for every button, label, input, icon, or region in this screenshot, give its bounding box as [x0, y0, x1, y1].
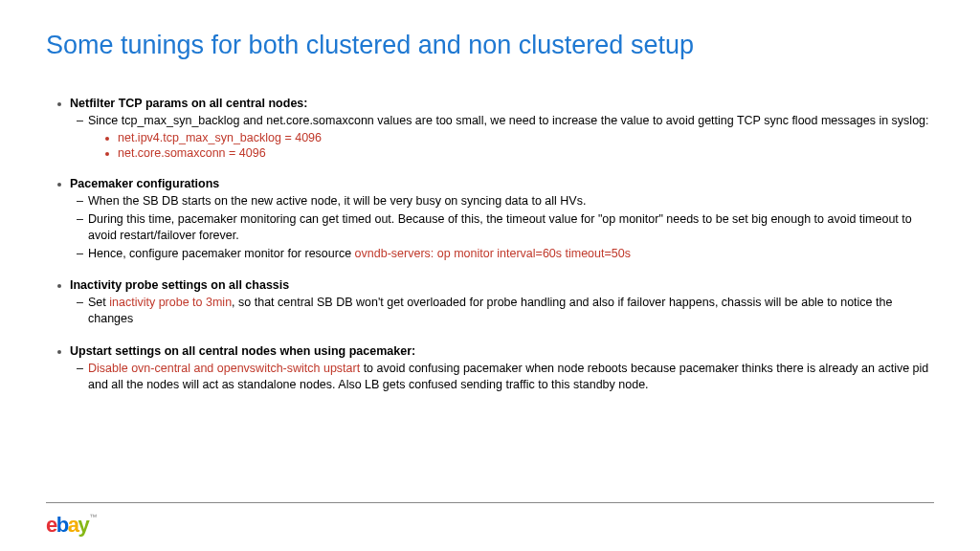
sub-item-text: During this time, pacemaker monitoring c…: [88, 211, 934, 244]
slide-body: Netfilter TCP params on all central node…: [0, 60, 980, 393]
logo-letter-b: b: [56, 513, 68, 537]
dash-icon: –: [77, 113, 88, 129]
section-heading-text: Upstart settings on all central nodes wh…: [70, 344, 415, 358]
bullet-icon: [105, 137, 109, 141]
logo-letter-y: y: [78, 513, 88, 537]
dash-icon: –: [77, 193, 88, 209]
sub-item-text: Disable ovn-central and openvswitch-swit…: [88, 361, 934, 393]
sub-item: –Hence, configure pacemaker monitor for …: [77, 246, 934, 262]
slide-title: Some tunings for both clustered and non …: [0, 0, 980, 60]
section-heading-text: Inactivity probe settings on all chassis: [70, 278, 289, 292]
section-heading-text: Netfilter TCP params on all central node…: [70, 97, 307, 110]
logo-letter-a: a: [68, 513, 78, 537]
footer-divider: [46, 502, 934, 503]
section-heading: Pacemaker configurations: [57, 177, 934, 190]
subsub-item: net.core.somaxconn = 4096: [105, 146, 934, 160]
bullet-icon: [57, 284, 61, 288]
sub-item-text: Set inactivity probe to 3min, so that ce…: [88, 295, 934, 327]
sub-item-text: When the SB DB starts on the new active …: [88, 193, 586, 209]
logo-trademark: ™: [89, 513, 97, 521]
subsub-item-text: net.core.somaxconn = 4096: [118, 146, 266, 160]
logo-letter-e: e: [46, 513, 56, 537]
sub-item: –Disable ovn-central and openvswitch-swi…: [77, 361, 934, 393]
dash-icon: –: [77, 295, 88, 311]
ebay-logo: ebay™: [46, 513, 97, 538]
section: Pacemaker configurations–When the SB DB …: [57, 177, 934, 262]
sub-item: –When the SB DB starts on the new active…: [77, 193, 934, 209]
dash-icon: –: [77, 211, 88, 228]
section-heading: Upstart settings on all central nodes wh…: [57, 344, 934, 358]
subsub-item-text: net.ipv4.tcp_max_syn_backlog = 4096: [118, 131, 322, 144]
section: Upstart settings on all central nodes wh…: [57, 344, 934, 393]
section-heading: Netfilter TCP params on all central node…: [57, 97, 934, 110]
section-heading-text: Pacemaker configurations: [70, 177, 219, 190]
bullet-icon: [105, 152, 109, 156]
sub-item: – During this time, pacemaker monitoring…: [77, 211, 934, 244]
dash-icon: –: [77, 246, 88, 262]
bullet-icon: [57, 102, 61, 106]
bullet-icon: [57, 183, 61, 187]
sub-item-text: Since tcp_max_syn_backlog and net.core.s…: [88, 113, 929, 129]
section-heading: Inactivity probe settings on all chassis: [57, 278, 934, 292]
sub-item: –Since tcp_max_syn_backlog and net.core.…: [77, 113, 934, 129]
section: Inactivity probe settings on all chassis…: [57, 278, 934, 327]
section: Netfilter TCP params on all central node…: [57, 97, 934, 160]
dash-icon: –: [77, 361, 88, 377]
sub-item: –Set inactivity probe to 3min, so that c…: [77, 295, 934, 327]
sub-item-text: Hence, configure pacemaker monitor for r…: [88, 246, 631, 262]
subsub-item: net.ipv4.tcp_max_syn_backlog = 4096: [105, 131, 934, 144]
bullet-icon: [57, 350, 61, 354]
